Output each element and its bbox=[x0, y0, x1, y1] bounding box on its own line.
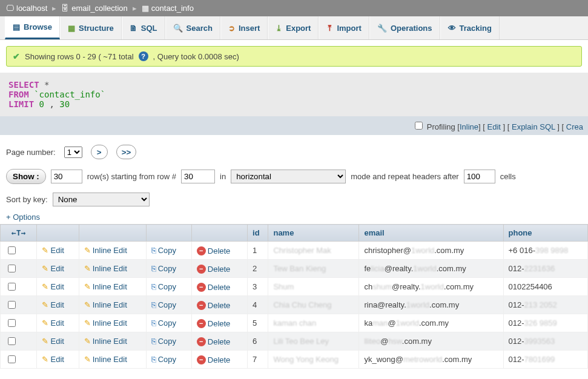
database-icon: 🗄 bbox=[61, 4, 69, 13]
copy-link[interactable]: ⎘Copy bbox=[151, 264, 176, 273]
tab-export[interactable]: ⤓Export bbox=[268, 16, 319, 39]
tab-label: Import bbox=[337, 24, 361, 33]
sql-action-bar: Profiling [Inline] [ Edit ] [ Explain SQ… bbox=[0, 116, 588, 135]
edit-link[interactable]: ✎Edit bbox=[42, 318, 64, 328]
breadcrumb-table[interactable]: contact_info bbox=[151, 4, 194, 13]
row-checkbox[interactable] bbox=[8, 301, 16, 309]
cell-email: chshum@realty.1world.com.my bbox=[359, 278, 503, 296]
profiling-checkbox[interactable] bbox=[415, 122, 423, 130]
table-row: ✎Edit✎Inline Edit⎘Copy−Delete2Tew Ban Ki… bbox=[1, 260, 588, 278]
copy-link[interactable]: ⎘Copy bbox=[151, 318, 176, 328]
copy-icon: ⎘ bbox=[151, 246, 156, 255]
structure-icon: ▦ bbox=[68, 24, 75, 33]
inline-edit-link[interactable]: ✎Inline Edit bbox=[84, 355, 127, 364]
sql-create-link[interactable]: Crea bbox=[566, 122, 583, 131]
delete-link[interactable]: −Delete bbox=[197, 265, 231, 274]
page-number-select[interactable]: 1 bbox=[64, 147, 82, 158]
sql-table-name: `contact_info` bbox=[34, 90, 105, 99]
inline-edit-link[interactable]: ✎Inline Edit bbox=[84, 300, 127, 309]
row-checkbox[interactable] bbox=[8, 337, 16, 345]
tab-structure[interactable]: ▦Structure bbox=[60, 16, 122, 39]
page-last-button[interactable]: >> bbox=[116, 145, 137, 159]
sort-label: Sort by key: bbox=[6, 195, 48, 204]
tab-insert[interactable]: ➲Insert bbox=[220, 16, 268, 39]
pencil-icon: ✎ bbox=[42, 264, 48, 273]
tab-sql[interactable]: 🗎SQL bbox=[122, 16, 165, 39]
cell-id: 2 bbox=[248, 260, 268, 278]
edit-link[interactable]: ✎Edit bbox=[42, 337, 64, 346]
mode-select[interactable]: horizontal bbox=[231, 170, 346, 183]
edit-link[interactable]: ✎Edit bbox=[42, 246, 64, 255]
tab-browse[interactable]: ▤Browse bbox=[5, 16, 60, 39]
cell-id: 3 bbox=[248, 278, 268, 296]
copy-link[interactable]: ⎘Copy bbox=[151, 355, 176, 364]
col-header-name[interactable]: name bbox=[268, 225, 359, 242]
row-checkbox[interactable] bbox=[8, 246, 16, 254]
delete-link[interactable]: −Delete bbox=[197, 246, 231, 255]
tab-label: Export bbox=[286, 24, 311, 33]
column-move-arrows[interactable]: ←T→ bbox=[5, 228, 31, 237]
edit-link[interactable]: ✎Edit bbox=[42, 282, 64, 291]
copy-link[interactable]: ⎘Copy bbox=[151, 337, 176, 346]
edit-link[interactable]: ✎Edit bbox=[42, 300, 64, 309]
tracking-icon: 👁 bbox=[448, 24, 456, 33]
inline-edit-link[interactable]: ✎Inline Edit bbox=[84, 337, 127, 346]
help-icon[interactable]: ? bbox=[139, 51, 148, 61]
table-row: ✎Edit✎Inline Edit⎘Copy−Delete5kaman chan… bbox=[1, 314, 588, 332]
table-row: ✎Edit✎Inline Edit⎘Copy−Delete4Chia Chu C… bbox=[1, 296, 588, 314]
col-header-phone[interactable]: phone bbox=[503, 225, 587, 242]
sql-explain-link[interactable]: Explain SQL bbox=[512, 122, 555, 131]
row-checkbox[interactable] bbox=[8, 283, 16, 291]
inline-edit-link[interactable]: ✎Inline Edit bbox=[84, 264, 127, 273]
delete-icon: − bbox=[197, 355, 206, 364]
col-header-email[interactable]: email bbox=[359, 225, 503, 242]
sort-key-select[interactable]: None bbox=[53, 193, 150, 206]
copy-icon: ⎘ bbox=[151, 282, 156, 291]
show-button[interactable]: Show : bbox=[6, 169, 46, 184]
cell-name: Lili Teo Bee Ley bbox=[268, 332, 359, 351]
tab-tracking[interactable]: 👁Tracking bbox=[440, 16, 500, 39]
tab-operations[interactable]: 🔧Operations bbox=[369, 16, 440, 39]
delete-link[interactable]: −Delete bbox=[197, 283, 231, 292]
pencil-icon: ✎ bbox=[84, 337, 91, 346]
delete-link[interactable]: −Delete bbox=[197, 355, 231, 364]
delete-link[interactable]: −Delete bbox=[197, 319, 231, 328]
inline-edit-link[interactable]: ✎Inline Edit bbox=[84, 282, 127, 291]
copy-icon: ⎘ bbox=[151, 318, 156, 328]
edit-link[interactable]: ✎Edit bbox=[42, 264, 64, 273]
inline-edit-link[interactable]: ✎Inline Edit bbox=[84, 318, 127, 328]
delete-link[interactable]: −Delete bbox=[197, 337, 231, 346]
tab-label: Structure bbox=[79, 24, 114, 33]
row-checkbox[interactable] bbox=[8, 265, 16, 272]
col-header-id[interactable]: id bbox=[248, 225, 268, 242]
pencil-icon: ✎ bbox=[84, 318, 91, 328]
rows-count-input[interactable] bbox=[51, 170, 82, 183]
copy-link[interactable]: ⎘Copy bbox=[151, 300, 176, 309]
tab-label: Operations bbox=[391, 24, 432, 33]
tab-search[interactable]: 🔍Search bbox=[165, 16, 220, 39]
cell-name: Chia Chu Cheng bbox=[268, 296, 359, 314]
repeat-headers-input[interactable] bbox=[464, 170, 495, 183]
copy-link[interactable]: ⎘Copy bbox=[151, 282, 176, 291]
breadcrumb-sep: ▸ bbox=[133, 4, 137, 13]
start-row-input[interactable] bbox=[181, 170, 215, 183]
delete-link[interactable]: −Delete bbox=[197, 301, 231, 310]
sql-limit-from: 0 bbox=[39, 99, 44, 109]
page-next-button[interactable]: > bbox=[91, 145, 108, 159]
delete-icon: − bbox=[197, 337, 206, 346]
copy-link[interactable]: ⎘Copy bbox=[151, 246, 176, 255]
cell-email: kaman@1world.com.my bbox=[359, 314, 503, 332]
opts-text-1: row(s) starting from row # bbox=[87, 172, 176, 181]
row-checkbox[interactable] bbox=[8, 355, 16, 363]
sql-edit-link[interactable]: Edit bbox=[487, 122, 501, 131]
tab-import[interactable]: ⤒Import bbox=[319, 16, 369, 39]
options-toggle[interactable]: + Options bbox=[0, 210, 588, 224]
inline-edit-link[interactable]: ✎Inline Edit bbox=[84, 246, 127, 255]
notice-text: Showing rows 0 - 29 ( ~71 total bbox=[25, 52, 134, 61]
breadcrumb-server[interactable]: localhost bbox=[16, 4, 47, 13]
operations-icon: 🔧 bbox=[377, 24, 387, 33]
edit-link[interactable]: ✎Edit bbox=[42, 355, 64, 364]
breadcrumb-database[interactable]: email_collection bbox=[71, 4, 128, 13]
sql-inline-link[interactable]: Inline bbox=[460, 122, 478, 131]
row-checkbox[interactable] bbox=[8, 319, 16, 327]
